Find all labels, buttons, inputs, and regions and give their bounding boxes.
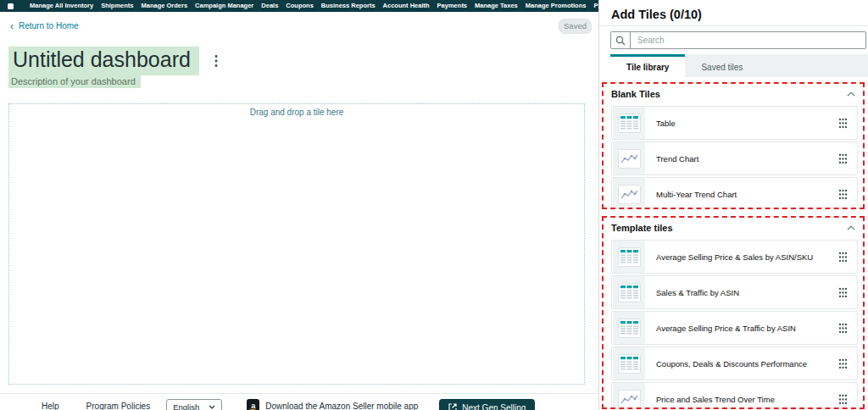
nav-item[interactable]: Manage Taxes — [475, 0, 518, 12]
tile-search — [610, 31, 866, 49]
nav-item[interactable]: Campaign Manager — [195, 0, 253, 12]
chevron-left-icon: ‹ — [10, 22, 14, 30]
drag-handle-icon[interactable] — [838, 323, 848, 334]
search-input[interactable] — [631, 32, 865, 48]
section-title: Blank Tiles — [611, 89, 660, 99]
blank-tiles-list: TableTrend ChartMulti-Year Trend Chart — [611, 106, 858, 209]
next-gen-selling-button[interactable]: Next Gen Selling — [439, 399, 535, 410]
chevron-down-icon — [209, 405, 215, 409]
footer: Help Program Policies English a Download… — [34, 399, 535, 410]
tile-panel-tabs: Tile library Saved tiles — [610, 54, 868, 77]
tile-dropzone[interactable]: Drag and drop a tile here — [8, 103, 585, 385]
tile-label: Price and Sales Trend Over Time — [656, 395, 838, 404]
tile-card[interactable]: Coupons, Deals & Discounts Performance — [611, 346, 858, 380]
collapse-section-icon[interactable] — [847, 225, 855, 230]
tile-label: Average Selling Price & Traffic by ASIN — [656, 324, 838, 333]
trend-chart-icon — [613, 178, 645, 209]
section-title: Template tiles — [611, 223, 673, 233]
return-to-home-label: Return to Home — [19, 21, 79, 30]
dashboard-editor: ‹ Return to Home Saved Untitled dashboar… — [0, 12, 598, 410]
tile-label: Trend Chart — [656, 154, 838, 163]
nav-item[interactable]: Coupons — [286, 0, 314, 12]
nav-item[interactable]: Manage Orders — [142, 0, 188, 12]
trend-chart-icon — [613, 142, 645, 175]
tile-label: Coupons, Deals & Discounts Performance — [656, 359, 838, 368]
tile-card[interactable]: Average Selling Price & Sales by ASIN/SK… — [611, 240, 858, 274]
tile-label: Average Selling Price & Sales by ASIN/SK… — [656, 252, 838, 262]
external-link-icon — [448, 403, 457, 410]
table-icon — [613, 241, 645, 273]
nav-items: Manage All InventoryShipmentsManage Orde… — [30, 0, 644, 12]
language-select[interactable]: English — [166, 399, 222, 410]
dropzone-hint: Drag and drop a tile here — [9, 108, 584, 117]
tab-tile-library[interactable]: Tile library — [610, 54, 685, 77]
amazon-logo-icon — [8, 3, 14, 9]
tile-card[interactable]: Trend Chart — [611, 141, 858, 175]
language-value: English — [173, 402, 199, 410]
nav-item[interactable]: Manage All Inventory — [30, 0, 93, 12]
drag-handle-icon[interactable] — [838, 287, 848, 298]
nav-item[interactable]: Payments — [437, 0, 467, 12]
drag-handle-icon[interactable] — [838, 358, 848, 369]
drag-handle-icon[interactable] — [838, 153, 848, 164]
nav-item[interactable]: Account Health — [383, 0, 430, 12]
drag-handle-icon[interactable] — [838, 394, 848, 405]
dashboard-description-field[interactable]: Description of your dashboard — [8, 75, 141, 88]
next-gen-selling-label: Next Gen Selling — [462, 403, 526, 410]
template-tiles-list: Average Selling Price & Sales by ASIN/SK… — [611, 240, 858, 409]
tile-card[interactable]: Multi-Year Trend Chart — [611, 177, 858, 209]
return-to-home-link[interactable]: ‹ Return to Home — [10, 21, 79, 30]
mobile-app-promo[interactable]: a Download the Amazon Seller mobile app — [247, 399, 418, 410]
program-policies-link[interactable]: Program Policies — [86, 399, 151, 410]
table-icon — [613, 312, 645, 344]
collapse-section-icon[interactable] — [847, 91, 855, 97]
tile-card[interactable]: Price and Sales Trend Over Time — [611, 382, 858, 409]
search-icon[interactable] — [611, 32, 631, 48]
tile-card[interactable]: Table — [611, 106, 858, 140]
table-icon — [613, 107, 645, 139]
tile-label: Sales & Traffic by ASIN — [656, 288, 838, 297]
drag-handle-icon[interactable] — [838, 118, 848, 129]
tile-card[interactable]: Sales & Traffic by ASIN — [611, 275, 858, 309]
dashboard-title-field[interactable]: Untitled dashboard — [8, 47, 199, 75]
amazon-app-icon: a — [247, 399, 259, 410]
tile-card[interactable]: Average Selling Price & Traffic by ASIN — [611, 311, 858, 345]
help-link[interactable]: Help — [27, 399, 74, 410]
nav-item[interactable]: Business Reports — [321, 0, 376, 12]
panel-divider — [599, 25, 868, 26]
template-tiles-section-annotation: Template tiles Average Selling Price & S… — [602, 216, 865, 409]
footer-divider — [0, 393, 598, 394]
table-icon — [613, 276, 645, 308]
nav-item[interactable]: Deals — [261, 0, 278, 12]
tile-label: Table — [656, 119, 838, 128]
trend-chart-icon — [613, 383, 645, 409]
tab-saved-tiles[interactable]: Saved tiles — [685, 54, 759, 77]
add-tiles-panel: Add Tiles (0/10) Tile library Saved tile… — [598, 0, 868, 410]
kebab-menu-icon[interactable] — [213, 53, 220, 69]
download-app-label: Download the Amazon Seller mobile app — [265, 399, 418, 410]
nav-item[interactable]: Manage Promotions — [526, 0, 587, 12]
panel-title: Add Tiles (0/10) — [611, 8, 868, 21]
saved-button[interactable]: Saved — [559, 19, 592, 34]
drag-handle-icon[interactable] — [838, 189, 848, 200]
drag-handle-icon[interactable] — [838, 252, 848, 263]
tile-label: Multi-Year Trend Chart — [656, 190, 838, 199]
table-icon — [613, 347, 645, 380]
blank-tiles-section-annotation: Blank Tiles TableTrend ChartMulti-Year T… — [602, 82, 865, 209]
nav-item[interactable]: Shipments — [101, 0, 133, 12]
